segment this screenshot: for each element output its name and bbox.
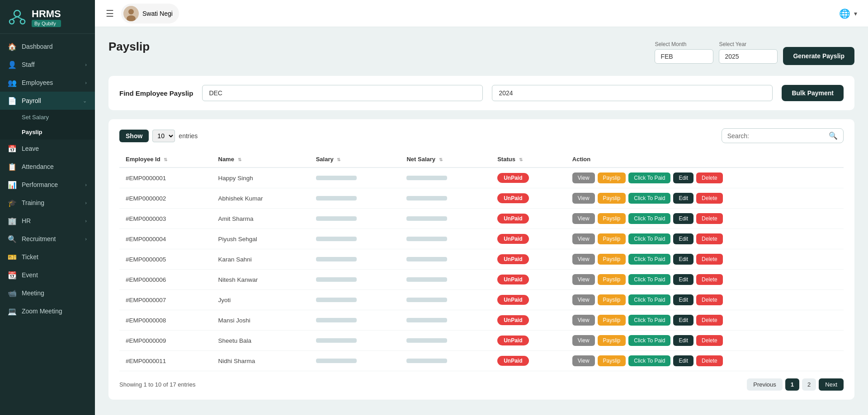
payslip-button[interactable]: Payslip: [598, 173, 626, 183]
dashboard-icon: 🏠: [8, 42, 16, 51]
view-button[interactable]: View: [572, 294, 595, 305]
click-to-paid-button[interactable]: Click To Paid: [628, 355, 670, 366]
delete-button[interactable]: Delete: [696, 274, 723, 285]
entries-select[interactable]: 10 25 50: [152, 130, 175, 142]
user-badge[interactable]: Swati Negi: [121, 4, 179, 23]
edit-button[interactable]: Edit: [673, 294, 693, 305]
sidebar-item-attendance[interactable]: 📋 Attendance: [0, 158, 95, 176]
payslip-button[interactable]: Payslip: [598, 274, 626, 285]
meeting-icon: 📹: [8, 289, 16, 297]
sidebar-item-training[interactable]: 🎓 Training ›: [0, 194, 95, 212]
click-to-paid-button[interactable]: Click To Paid: [628, 315, 670, 326]
edit-button[interactable]: Edit: [673, 335, 693, 346]
training-icon: 🎓: [8, 199, 16, 207]
click-to-paid-button[interactable]: Click To Paid: [628, 213, 670, 224]
search-icon[interactable]: 🔍: [829, 131, 838, 140]
edit-button[interactable]: Edit: [673, 315, 693, 326]
sidebar-item-zoom-meeting[interactable]: 💻 Zoom Meeting: [0, 302, 95, 320]
delete-button[interactable]: Delete: [696, 315, 723, 326]
pagination-section: Showing 1 to 10 of 17 entries Previous 1…: [119, 378, 844, 391]
find-year-input[interactable]: [492, 85, 773, 101]
cell-salary: [310, 310, 401, 331]
delete-button[interactable]: Delete: [696, 173, 723, 183]
click-to-paid-button[interactable]: Click To Paid: [628, 254, 670, 265]
view-button[interactable]: View: [572, 315, 595, 326]
payslip-button[interactable]: Payslip: [598, 294, 626, 305]
click-to-paid-button[interactable]: Click To Paid: [628, 193, 670, 204]
select-month-input[interactable]: [655, 49, 713, 64]
sidebar-item-payroll[interactable]: 📄 Payroll ⌄: [0, 92, 95, 110]
sidebar-item-ticket[interactable]: 🎫 Ticket: [0, 248, 95, 266]
edit-button[interactable]: Edit: [673, 233, 693, 244]
sidebar-item-performance[interactable]: 📊 Performance ›: [0, 176, 95, 194]
click-to-paid-button[interactable]: Click To Paid: [628, 335, 670, 346]
page-1-button[interactable]: 1: [785, 378, 799, 391]
delete-button[interactable]: Delete: [696, 335, 723, 346]
edit-button[interactable]: Edit: [673, 193, 693, 204]
view-button[interactable]: View: [572, 193, 595, 204]
click-to-paid-button[interactable]: Click To Paid: [628, 274, 670, 285]
view-button[interactable]: View: [572, 274, 595, 285]
cell-status: UnPaid: [491, 209, 566, 229]
cell-net-salary: [400, 209, 491, 229]
edit-button[interactable]: Edit: [673, 274, 693, 285]
delete-button[interactable]: Delete: [696, 213, 723, 224]
leave-icon: 📅: [8, 145, 16, 153]
payslip-button[interactable]: Payslip: [598, 335, 626, 346]
delete-button[interactable]: Delete: [696, 294, 723, 305]
delete-button[interactable]: Delete: [696, 355, 723, 366]
payslip-button[interactable]: Payslip: [598, 355, 626, 366]
sidebar-item-event[interactable]: 📆 Event: [0, 266, 95, 284]
payslip-button[interactable]: Payslip: [598, 254, 626, 265]
cell-emp-id: #EMP0000008: [119, 310, 212, 331]
sort-icon: ⇅: [439, 157, 443, 162]
view-button[interactable]: View: [572, 173, 595, 183]
search-label: Search:: [727, 132, 749, 140]
view-button[interactable]: View: [572, 355, 595, 366]
sidebar-item-set-salary[interactable]: Set Salary: [0, 110, 95, 125]
prev-button[interactable]: Previous: [747, 378, 783, 391]
show-button[interactable]: Show: [119, 130, 149, 142]
payslip-button[interactable]: Payslip: [598, 213, 626, 224]
dropdown-arrow-icon[interactable]: ▾: [854, 10, 857, 17]
sidebar-item-label: Performance: [22, 181, 58, 188]
find-month-input[interactable]: [202, 85, 483, 101]
sidebar-item-recruitment[interactable]: 🔍 Recruitment ›: [0, 230, 95, 248]
logo-hrms-text: HRMS: [32, 9, 61, 19]
view-button[interactable]: View: [572, 233, 595, 244]
click-to-paid-button[interactable]: Click To Paid: [628, 173, 670, 183]
page-2-button[interactable]: 2: [802, 378, 816, 391]
edit-button[interactable]: Edit: [673, 355, 693, 366]
sidebar-item-payslip[interactable]: Payslip: [0, 125, 95, 140]
sidebar-item-dashboard[interactable]: 🏠 Dashboard: [0, 37, 95, 56]
globe-icon[interactable]: 🌐: [839, 8, 850, 19]
select-year-input[interactable]: [719, 49, 778, 64]
click-to-paid-button[interactable]: Click To Paid: [628, 233, 670, 244]
view-button[interactable]: View: [572, 335, 595, 346]
click-to-paid-button[interactable]: Click To Paid: [628, 294, 670, 305]
delete-button[interactable]: Delete: [696, 254, 723, 265]
edit-button[interactable]: Edit: [673, 213, 693, 224]
cell-action: View Payslip Click To Paid Edit Delete: [566, 209, 844, 229]
sidebar-item-employees[interactable]: 👥 Employees ›: [0, 74, 95, 92]
payslip-button[interactable]: Payslip: [598, 315, 626, 326]
sidebar-item-meeting[interactable]: 📹 Meeting: [0, 284, 95, 302]
payslip-button[interactable]: Payslip: [598, 233, 626, 244]
delete-button[interactable]: Delete: [696, 233, 723, 244]
edit-button[interactable]: Edit: [673, 254, 693, 265]
search-input[interactable]: [753, 132, 825, 140]
generate-payslip-button[interactable]: Generate Payslip: [783, 47, 854, 65]
view-button[interactable]: View: [572, 254, 595, 265]
logo-by-text: By Qubify: [32, 20, 61, 27]
sidebar-item-hr[interactable]: 🏢 HR ›: [0, 212, 95, 230]
hamburger-icon[interactable]: ☰: [106, 8, 114, 19]
next-button[interactable]: Next: [819, 378, 844, 391]
delete-button[interactable]: Delete: [696, 193, 723, 204]
cell-name: Nidhi Sharma: [212, 351, 310, 371]
view-button[interactable]: View: [572, 213, 595, 224]
sidebar-item-staff[interactable]: 👤 Staff ›: [0, 56, 95, 74]
bulk-payment-button[interactable]: Bulk Payment: [782, 85, 844, 101]
sidebar-item-leave[interactable]: 📅 Leave: [0, 140, 95, 158]
payslip-button[interactable]: Payslip: [598, 193, 626, 204]
edit-button[interactable]: Edit: [673, 173, 693, 183]
